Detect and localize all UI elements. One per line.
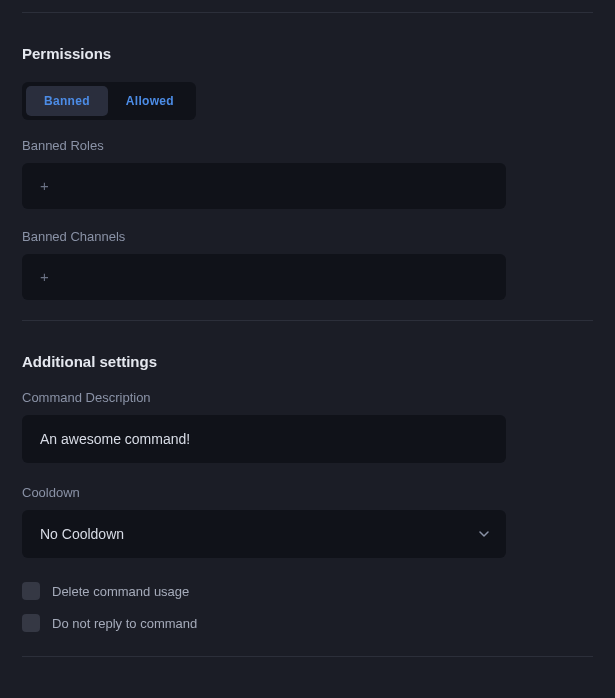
mid-divider <box>22 320 593 321</box>
no-reply-label: Do not reply to command <box>52 616 197 631</box>
permissions-tab-group: Banned Allowed <box>22 82 196 120</box>
banned-channels-label: Banned Channels <box>22 229 593 244</box>
bottom-divider <box>22 656 593 657</box>
cooldown-select[interactable]: No Cooldown <box>22 510 506 558</box>
tab-allowed[interactable]: Allowed <box>108 86 192 116</box>
delete-usage-checkbox[interactable] <box>22 582 40 600</box>
command-desc-label: Command Description <box>22 390 593 405</box>
cooldown-label: Cooldown <box>22 485 593 500</box>
banned-roles-input[interactable]: + <box>22 163 506 209</box>
no-reply-row[interactable]: Do not reply to command <box>22 614 593 632</box>
add-role-icon[interactable]: + <box>40 177 49 194</box>
additional-settings-title: Additional settings <box>22 353 593 370</box>
delete-usage-label: Delete command usage <box>52 584 189 599</box>
banned-channels-input[interactable]: + <box>22 254 506 300</box>
delete-usage-row[interactable]: Delete command usage <box>22 582 593 600</box>
no-reply-checkbox[interactable] <box>22 614 40 632</box>
top-divider <box>22 12 593 13</box>
command-desc-input[interactable] <box>22 415 506 463</box>
banned-roles-label: Banned Roles <box>22 138 593 153</box>
tab-banned[interactable]: Banned <box>26 86 108 116</box>
add-channel-icon[interactable]: + <box>40 268 49 285</box>
cooldown-value: No Cooldown <box>22 510 506 558</box>
permissions-title: Permissions <box>22 45 593 62</box>
